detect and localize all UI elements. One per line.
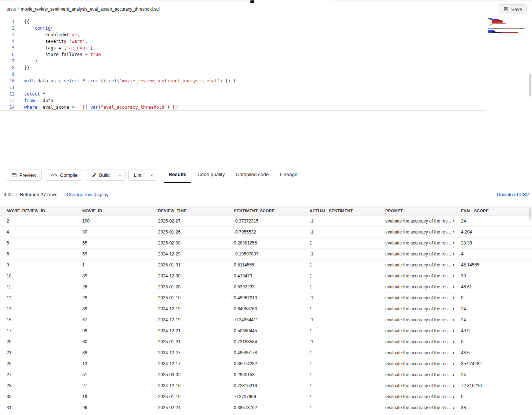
expand-prompt-icon[interactable]: ›	[453, 285, 454, 289]
table-row[interactable]: 27512025-03-020.29601531evaluate the acc…	[0, 369, 532, 380]
compile-button-label: Compile	[60, 172, 78, 178]
code-line[interactable]: 13from data	[0, 97, 532, 104]
cell: 1	[310, 372, 385, 377]
table-row[interactable]: 11262025-01-200.53922331evaluate the acc…	[0, 281, 532, 292]
expand-prompt-icon[interactable]: ›	[453, 274, 454, 278]
table-row[interactable]: 21002025-02-27-0.37372315-1evaluate the …	[0, 216, 532, 227]
cell: -0.24954411	[234, 317, 310, 322]
expand-prompt-icon[interactable]: ›	[453, 230, 454, 234]
cell: 2024-12-29	[158, 251, 234, 257]
line-number: 1	[0, 18, 15, 25]
line-number: 5	[0, 45, 15, 51]
line-number: 6	[0, 51, 15, 58]
line-number: 9	[0, 71, 15, 78]
download-csv-link[interactable]: Download CSV	[497, 192, 529, 197]
table-row[interactable]: 12252025-01-100.45967013-1evaluate the a…	[0, 292, 532, 303]
breadcrumb-folder[interactable]: tests	[7, 7, 16, 12]
code-line[interactable]: 2 config(	[0, 25, 532, 31]
table-row[interactable]: 20602025-01-310.73183584-1evaluate the a…	[0, 336, 532, 347]
table-row[interactable]: 10892024-12-300.4134731evaluate the accu…	[0, 270, 532, 281]
lint-button[interactable]: Lint	[128, 169, 147, 181]
column-header[interactable]: REVIEW_TIME	[158, 209, 234, 213]
table-row[interactable]: 17992024-12-210.503804451evaluate the ac…	[0, 325, 532, 336]
table-row[interactable]: 15672024-12-19-0.24954411-1evaluate the …	[0, 314, 532, 325]
table-row[interactable]: 5552025-02-080.283812551evaluate the acc…	[0, 238, 532, 248]
expand-prompt-icon[interactable]: ›	[453, 252, 454, 256]
column-header[interactable]: EVAL_SCORE	[461, 209, 532, 213]
expand-prompt-icon[interactable]: ›	[453, 362, 454, 366]
expand-prompt-icon[interactable]: ›	[453, 318, 454, 322]
code-line[interactable]: 5 tags = ['ai_eval'],	[0, 45, 532, 51]
expand-prompt-icon[interactable]: ›	[453, 384, 454, 388]
table-row[interactable]: 25132024-12-170.359742821evaluate the ac…	[0, 358, 532, 369]
table-row[interactable]: 912025-01-310.51145551evaluate the accur…	[0, 259, 532, 270]
tab-results[interactable]: Results	[164, 167, 191, 183]
prompt-text: evaluate the accuracy of the res...	[385, 295, 451, 300]
code-line[interactable]: 7 )	[0, 58, 532, 64]
save-button[interactable]: Save	[499, 4, 527, 14]
preview-button[interactable]: Preview	[6, 169, 42, 181]
table-row[interactable]: 28272024-12-160.728152161evaluate the ac…	[0, 380, 532, 391]
cell: 12	[7, 295, 82, 300]
expand-prompt-icon[interactable]: ›	[453, 340, 454, 344]
code-line[interactable]: 10with data as ( select * from {{ ref('m…	[0, 78, 532, 84]
code-line[interactable]: 8}}	[0, 64, 532, 71]
cell: 0.413473	[234, 273, 310, 278]
tab-lineage[interactable]: Lineage	[275, 167, 302, 183]
table-row[interactable]: 13892024-12-190.649587631evaluate the ac…	[0, 303, 532, 314]
table-row[interactable]: 21382024-12-270.485951781evaluate the ac…	[0, 347, 532, 358]
cell: -1	[310, 218, 385, 224]
cell: 2025-01-10	[158, 394, 234, 399]
expand-prompt-icon[interactable]: ›	[453, 329, 454, 333]
table-row[interactable]: 4302025-01-26-0.7955532-1evaluate the ac…	[0, 227, 532, 238]
editor-scrollbar[interactable]	[529, 74, 531, 97]
code-line[interactable]: 9	[0, 71, 532, 78]
compile-button[interactable]: </> Compile	[45, 169, 83, 181]
action-bar: Preview </> Compile Build	[0, 167, 532, 183]
expand-prompt-icon[interactable]: ›	[453, 219, 454, 223]
column-header[interactable]: MOVIE_ID	[82, 209, 158, 213]
column-header[interactable]: ACTUAL_SENTIMENT	[310, 209, 385, 213]
expand-prompt-icon[interactable]: ›	[453, 405, 454, 410]
expand-prompt-icon[interactable]: ›	[453, 373, 454, 377]
table-row[interactable]: 31962025-02-240.386737021evaluate the ac…	[0, 402, 532, 413]
code-line[interactable]: 6 store_failures = true	[0, 51, 532, 58]
column-header[interactable]: SENTIMENT_SCORE	[234, 209, 310, 213]
table-scrollbar[interactable]	[529, 207, 531, 220]
cell: 0.28381255	[234, 240, 310, 246]
cell: 1	[310, 405, 385, 410]
change-row-display-link[interactable]: Change row display	[67, 192, 108, 197]
code-line[interactable]: 3 enabled=true,	[0, 31, 532, 38]
build-button[interactable]: Build	[86, 169, 115, 181]
expand-prompt-icon[interactable]: ›	[453, 351, 454, 355]
prompt-text: evaluate the accuracy of the res...	[385, 383, 451, 388]
column-header[interactable]: MOVIE_REVIEW_ID	[7, 209, 82, 213]
expand-prompt-icon[interactable]: ›	[453, 241, 454, 245]
cell: 9	[7, 262, 82, 268]
code-line[interactable]: 4 severity='warn',	[0, 38, 532, 45]
lint-dropdown-button[interactable]	[147, 169, 157, 181]
table-row[interactable]: 6592024-12-29-0.19507837-1evaluate the a…	[0, 248, 532, 259]
expand-prompt-icon[interactable]: ›	[453, 296, 454, 300]
code-line[interactable]: 1{{	[0, 18, 532, 25]
code-text: config(	[24, 25, 53, 31]
code-editor[interactable]: 1{{2 config(3 enabled=true,4 severity='w…	[0, 15, 532, 167]
code-line[interactable]: 11	[0, 84, 532, 91]
table-row[interactable]: 30192025-01-10-0.27079661evaluate the ac…	[0, 391, 532, 402]
tab-strip-edge	[331, 0, 532, 0]
code-line[interactable]: 12select *	[0, 91, 532, 97]
column-header[interactable]: PROMPT	[385, 209, 461, 213]
minimap[interactable]	[487, 17, 528, 37]
tab-compiled-code[interactable]: Compiled code	[231, 167, 274, 183]
minimap-line	[492, 21, 503, 22]
build-dropdown-button[interactable]	[115, 169, 125, 181]
expand-prompt-icon[interactable]: ›	[453, 307, 454, 311]
cell: 0.72815216	[234, 383, 310, 388]
table-header-row: MOVIE_REVIEW_IDMOVIE_IDREVIEW_TIMESENTIM…	[0, 206, 532, 216]
prompt-cell: evaluate the accuracy of the res...›	[385, 218, 461, 224]
cell: -1	[310, 339, 385, 344]
expand-prompt-icon[interactable]: ›	[453, 395, 454, 399]
expand-prompt-icon[interactable]: ›	[453, 263, 454, 267]
tab-code-quality[interactable]: Code quality	[192, 167, 229, 183]
code-line[interactable]: 14where eval_score <= '{{ var("eval_accu…	[0, 104, 485, 111]
